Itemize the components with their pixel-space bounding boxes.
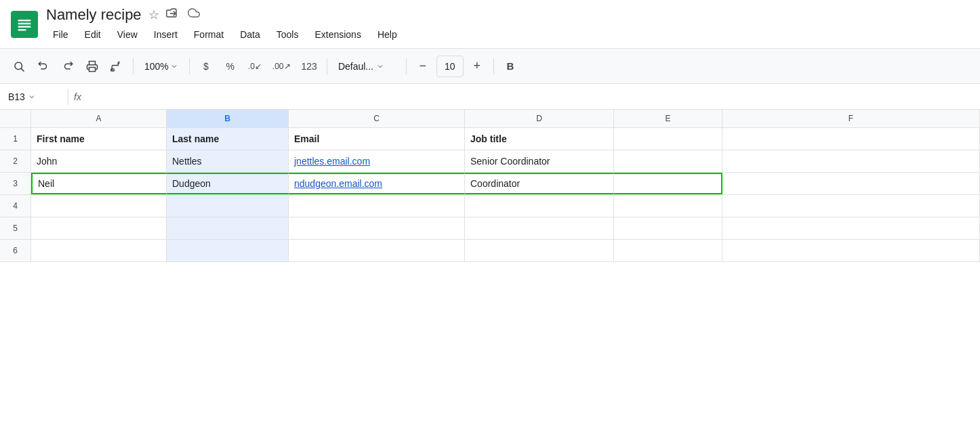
separator-2 <box>189 58 190 75</box>
cell-e4[interactable] <box>614 195 722 217</box>
redo-button[interactable] <box>57 56 79 77</box>
row-num-5[interactable]: 5 <box>0 217 31 239</box>
folder-icon[interactable] <box>166 6 180 23</box>
cell-d5[interactable] <box>465 217 614 239</box>
cell-c4[interactable] <box>289 195 465 217</box>
star-icon[interactable]: ☆ <box>148 7 159 22</box>
cell-e1[interactable] <box>614 128 722 150</box>
number-format-button[interactable]: 123 <box>298 56 321 77</box>
cell-c1[interactable]: Email <box>289 128 465 150</box>
table-row: 4 <box>0 195 980 217</box>
col-header-b[interactable]: B <box>167 110 289 127</box>
col-header-e[interactable]: E <box>614 110 722 127</box>
email-link-c2[interactable]: jnettles.email.com <box>294 156 370 167</box>
row-num-3[interactable]: 3 <box>0 173 31 194</box>
cell-b2[interactable]: Nettles <box>167 150 289 172</box>
font-size-minus: − <box>420 59 427 73</box>
decimal-less-label: .0↙ <box>248 62 262 71</box>
cell-c6[interactable] <box>289 240 465 261</box>
font-size-value: 10 <box>445 61 455 72</box>
cell-b3[interactable]: Dudgeon <box>167 173 289 194</box>
zoom-dropdown[interactable]: 100% <box>139 56 184 77</box>
formula-bar-separator <box>68 89 68 105</box>
search-button[interactable] <box>8 56 30 77</box>
bold-button[interactable]: B <box>499 56 521 77</box>
font-size-increase-button[interactable]: + <box>466 56 488 77</box>
cell-reference[interactable]: B13 <box>8 91 62 102</box>
menu-tools[interactable]: Tools <box>270 26 306 43</box>
row-num-4[interactable]: 4 <box>0 195 31 217</box>
corner-cell <box>0 110 31 127</box>
separator-3 <box>327 58 327 75</box>
cell-b4[interactable] <box>167 195 289 217</box>
cell-d4[interactable] <box>465 195 614 217</box>
menu-edit[interactable]: Edit <box>78 26 108 43</box>
paint-format-button[interactable] <box>106 56 127 77</box>
title-menu: Namely recipe ☆ File Edit View Insert Fo… <box>46 6 404 43</box>
row-num-6[interactable]: 6 <box>0 240 31 261</box>
cell-d2[interactable]: Senior Coordinator <box>465 150 614 172</box>
menu-view[interactable]: View <box>110 26 144 43</box>
currency-button[interactable]: $ <box>195 56 217 77</box>
percent-label: % <box>226 61 234 72</box>
cell-e6[interactable] <box>614 240 722 261</box>
cell-f5[interactable] <box>722 217 980 239</box>
menu-format[interactable]: Format <box>187 26 230 43</box>
font-size-decrease-button[interactable]: − <box>412 56 434 77</box>
cell-c3[interactable]: ndudgeon.email.com <box>289 173 465 194</box>
print-button[interactable] <box>81 56 103 77</box>
menu-extensions[interactable]: Extensions <box>308 26 367 43</box>
cell-d6[interactable] <box>465 240 614 261</box>
col-header-c[interactable]: C <box>289 110 465 127</box>
cell-f4[interactable] <box>722 195 980 217</box>
menu-insert[interactable]: Insert <box>147 26 184 43</box>
cell-b6[interactable] <box>167 240 289 261</box>
email-link-c3[interactable]: ndudgeon.email.com <box>294 178 382 189</box>
cell-a1[interactable]: First name <box>31 128 167 150</box>
decimal-more-button[interactable]: .00↗ <box>268 56 295 77</box>
cloud-icon[interactable] <box>186 7 201 22</box>
cell-d1[interactable]: Job title <box>465 128 614 150</box>
font-family-dropdown[interactable]: Defaul... <box>333 56 401 77</box>
separator-4 <box>406 58 407 75</box>
cell-d3[interactable]: Coordinator <box>465 173 614 194</box>
cell-e2[interactable] <box>614 150 722 172</box>
row-num-1[interactable]: 1 <box>0 128 31 150</box>
table-row: 1 First name Last name Email Job title <box>0 128 980 150</box>
svg-rect-7 <box>89 67 96 71</box>
percent-button[interactable]: % <box>220 56 241 77</box>
grid-body: 1 First name Last name Email Job title 2… <box>0 128 980 262</box>
col-header-f[interactable]: F <box>722 110 980 127</box>
cell-b5[interactable] <box>167 217 289 239</box>
app-icon <box>11 11 38 38</box>
table-row: 6 <box>0 240 980 262</box>
cell-f1[interactable] <box>722 128 980 150</box>
cell-f6[interactable] <box>722 240 980 261</box>
decimal-less-button[interactable]: .0↙ <box>244 56 266 77</box>
cell-b1[interactable]: Last name <box>167 128 289 150</box>
cell-ref-value: B13 <box>8 91 25 102</box>
col-header-d[interactable]: D <box>465 110 614 127</box>
cell-a2[interactable]: John <box>31 150 167 172</box>
table-row: 3 Neil Dudgeon ndudgeon.email.com Coordi… <box>0 173 980 195</box>
svg-rect-2 <box>18 22 31 24</box>
cell-a5[interactable] <box>31 217 167 239</box>
col-header-a[interactable]: A <box>31 110 167 127</box>
doc-title: Namely recipe <box>46 6 142 24</box>
menu-file[interactable]: File <box>46 26 75 43</box>
menu-help[interactable]: Help <box>371 26 404 43</box>
cell-a6[interactable] <box>31 240 167 261</box>
row-num-2[interactable]: 2 <box>0 150 31 172</box>
cell-e5[interactable] <box>614 217 722 239</box>
undo-button[interactable] <box>33 56 54 77</box>
cell-c2[interactable]: jnettles.email.com <box>289 150 465 172</box>
font-size-input[interactable]: 10 <box>436 56 464 77</box>
cell-e3[interactable] <box>614 173 722 194</box>
cell-a4[interactable] <box>31 195 167 217</box>
cell-c5[interactable] <box>289 217 465 239</box>
cell-f3[interactable] <box>722 173 980 194</box>
font-family-label: Defaul... <box>338 61 373 72</box>
menu-data[interactable]: Data <box>233 26 267 43</box>
cell-f2[interactable] <box>722 150 980 172</box>
cell-a3[interactable]: Neil <box>31 173 167 194</box>
